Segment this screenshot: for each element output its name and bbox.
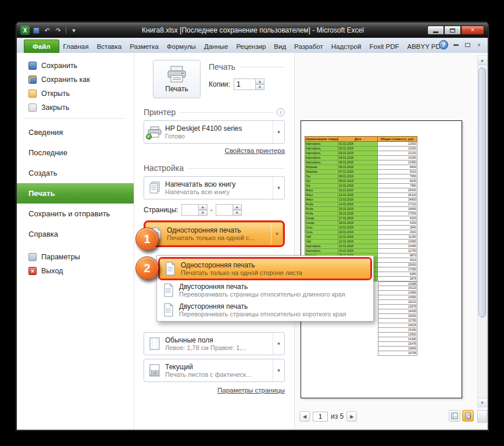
- pages-from-up-icon[interactable]: ▲: [199, 204, 208, 210]
- tab-разметка[interactable]: Разметка: [126, 40, 163, 53]
- duplex-dropdown[interactable]: Односторонняя печать Печатать только на …: [145, 222, 283, 245]
- customize-qat-button[interactable]: ▾: [69, 26, 78, 35]
- workbook-restore-button[interactable]: [463, 42, 471, 48]
- close-button[interactable]: ×: [461, 26, 484, 35]
- print-what-dropdown[interactable]: Напечатать всю книгу Напечатать всю книг…: [144, 176, 285, 199]
- save-button[interactable]: [31, 26, 41, 35]
- preview-table-header-cell: Дата: [338, 136, 378, 142]
- scrollbar-thumb[interactable]: [478, 67, 486, 317]
- pages-to-down-icon[interactable]: ▼: [233, 210, 242, 216]
- maximize-button[interactable]: [444, 26, 461, 35]
- tab-разработ[interactable]: Разработ: [290, 40, 327, 53]
- page-navigation: ◀ из 5 ▶: [299, 411, 357, 422]
- tab-рецензир[interactable]: Рецензир: [232, 40, 270, 53]
- preview-table-cell: 04.01.2016: [338, 156, 378, 160]
- pages-to-input[interactable]: [216, 204, 233, 216]
- sidebar-item-параметры[interactable]: Параметры: [17, 250, 134, 264]
- undo-button[interactable]: ↶: [42, 26, 52, 35]
- sidebar-item-последние[interactable]: Последние: [17, 142, 134, 163]
- preview-table-row: Картофель24.01.201612760: [305, 249, 419, 254]
- duplex-menu-item-subtitle: Переворачивать страницы относительно кор…: [179, 311, 346, 317]
- maximize-icon: [450, 28, 455, 33]
- printer-properties-link[interactable]: Свойства принтера: [144, 147, 285, 154]
- margins-dropdown[interactable]: Обычные поля Левое: 1,78 см Правое: 1,..…: [144, 332, 285, 355]
- preview-table-cell: Картофель: [305, 142, 338, 147]
- sidebar-item-сохранить-как[interactable]: Сохранить как: [17, 73, 134, 87]
- duplex-button-title: Односторонняя печать: [167, 226, 271, 234]
- tab-формулы[interactable]: Формулы: [163, 40, 200, 53]
- desktop-background: { "window": { "title": "Книга8.xlsx [Пос…: [0, 0, 504, 446]
- zoom-to-page-button[interactable]: [462, 410, 474, 422]
- preview-table-cell: Мясо: [305, 198, 338, 202]
- printer-header-label: Принтер: [144, 108, 176, 117]
- sidebar-item-сохранить-и-отправить[interactable]: Сохранить и отправить: [17, 204, 134, 224]
- sidebar-item-закрыть[interactable]: Закрыть: [17, 101, 134, 115]
- sidebar-item-открыть[interactable]: Открыть: [17, 87, 134, 101]
- preview-table-row: Лук08.01.20167650: [305, 174, 419, 179]
- minimize-button[interactable]: [427, 26, 444, 35]
- sidebar-item-сохранить[interactable]: Сохранить: [17, 59, 134, 73]
- show-margins-button[interactable]: [449, 410, 460, 422]
- copies-input[interactable]: [234, 79, 256, 90]
- tab-надстрой[interactable]: Надстрой: [327, 40, 366, 53]
- duplex-menu-item-1[interactable]: Односторонняя печатьПечатать только на о…: [160, 259, 370, 279]
- preview-table-cell: 24.01.2016: [338, 249, 378, 254]
- tab-вставка[interactable]: Вставка: [92, 40, 126, 53]
- sidebar-item-создать[interactable]: Создать: [17, 163, 134, 183]
- duplex-dropdown-menu: Односторонняя печатьПечатать только на о…: [156, 255, 374, 322]
- scroll-up-icon[interactable]: ▲: [478, 56, 487, 65]
- pages-to-up-icon[interactable]: ▲: [233, 204, 242, 210]
- two-sided-page-icon: [163, 303, 174, 317]
- tab-главная[interactable]: Главная: [59, 40, 93, 53]
- scaling-dropdown-arrow-icon[interactable]: ▾: [273, 359, 284, 381]
- preview-table-cell: 10.01.2016: [338, 184, 378, 188]
- preview-scrollbar[interactable]: ▲ ▼: [477, 55, 487, 408]
- duplex-dropdown-arrow-icon[interactable]: ▾: [271, 223, 283, 245]
- tab-вид[interactable]: Вид: [270, 40, 290, 53]
- pages-from-down-icon[interactable]: ▼: [199, 210, 208, 216]
- scaling-dropdown[interactable]: 100 Текущий Печать листов с фактическ...…: [144, 359, 285, 382]
- print-what-dropdown-arrow-icon[interactable]: ▾: [273, 177, 284, 199]
- preview-table-row: Чай21.01.201611260: [305, 235, 419, 240]
- page-total-label: из 5: [331, 412, 344, 420]
- tab-данные[interactable]: Данные: [200, 40, 233, 53]
- prev-page-icon: ◀: [303, 414, 306, 419]
- sidebar-item-справка[interactable]: Справка: [17, 224, 134, 244]
- duplex-menu-item-3[interactable]: Двусторонняя печатьПереворачивать страни…: [158, 300, 372, 320]
- printer-dropdown[interactable]: ✓ HP Deskjet F4100 series Готово ▾: [144, 120, 285, 144]
- duplex-menu-item-2[interactable]: Двусторонняя печатьПереворачивать страни…: [158, 280, 372, 300]
- help-button[interactable]: ?: [439, 40, 448, 49]
- preview-table-cell: Чай: [305, 235, 338, 240]
- workbook-close-button[interactable]: ×: [475, 42, 483, 48]
- scroll-down-icon[interactable]: ▼: [478, 398, 487, 407]
- preview-table-cell: 6150: [378, 221, 417, 226]
- sidebar-item-сведения[interactable]: Сведения: [17, 122, 134, 142]
- pages-from-input[interactable]: [181, 204, 199, 216]
- scaling-subtitle: Печать листов с фактическ...: [165, 371, 273, 378]
- zoom-controls: [449, 410, 474, 422]
- info-icon[interactable]: i: [277, 108, 285, 116]
- printer-status: Готово: [165, 133, 273, 140]
- sidebar-item-печать[interactable]: Печать: [17, 183, 134, 204]
- preview-table-cell: 22.01.2016: [338, 240, 378, 244]
- sidebar-item-выход[interactable]: ×Выход: [17, 264, 134, 278]
- print-what-subtitle: Напечатать всю книгу: [165, 188, 273, 195]
- excel-logo-icon[interactable]: X: [20, 26, 30, 35]
- next-page-button[interactable]: ▶: [346, 411, 357, 422]
- workbook-minimize-icon: [453, 44, 459, 46]
- workbook-minimize-button[interactable]: [452, 44, 460, 46]
- settings-section-header: Настройка: [144, 163, 285, 173]
- tab-foxit-pdf[interactable]: Foxit PDF: [365, 40, 403, 53]
- prev-page-button[interactable]: ◀: [299, 411, 310, 422]
- print-button[interactable]: Печать: [153, 60, 201, 98]
- redo-button[interactable]: ↷: [53, 26, 63, 35]
- page-setup-link[interactable]: Параметры страницы: [144, 387, 285, 394]
- margins-dropdown-arrow-icon[interactable]: ▾: [273, 333, 284, 355]
- print-section-header: Печать: [209, 62, 285, 72]
- tab-file[interactable]: Файл: [24, 40, 59, 53]
- copies-down-icon[interactable]: ▼: [256, 84, 264, 90]
- printer-dropdown-arrow-icon[interactable]: ▾: [273, 121, 284, 143]
- copies-up-icon[interactable]: ▲: [256, 79, 264, 84]
- current-page-input[interactable]: [313, 412, 328, 422]
- preview-table-row: Соль20.01.20162910: [305, 230, 419, 235]
